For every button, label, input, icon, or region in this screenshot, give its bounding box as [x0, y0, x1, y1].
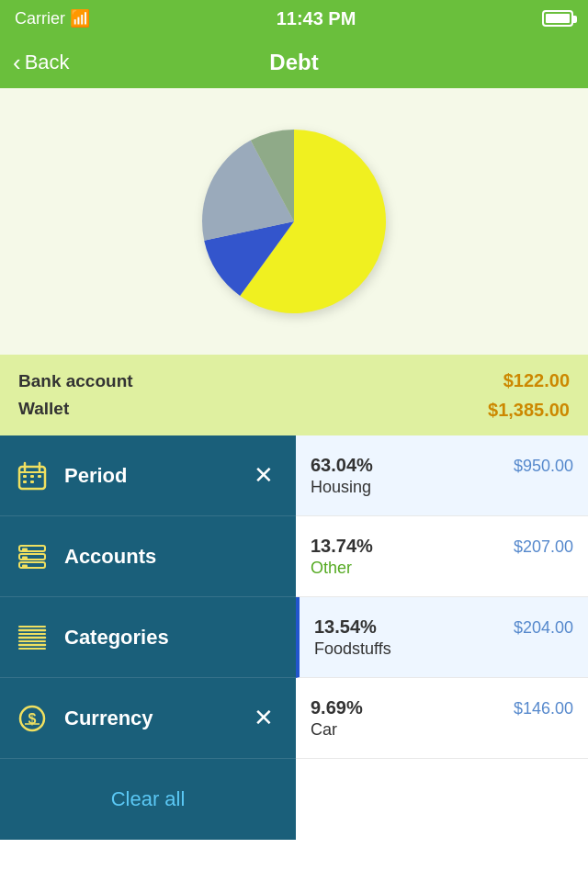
summary-labels: Bank account Wallet	[18, 368, 133, 424]
wifi-icon: 📶	[70, 9, 90, 28]
svg-rect-7	[23, 481, 27, 483]
filter-currency[interactable]: $ Currency ✕	[0, 678, 296, 759]
data-amount-3: $146.00	[514, 699, 573, 718]
chart-area	[0, 88, 588, 355]
summary-label-2: Wallet	[18, 395, 133, 423]
clear-all-label: Clear all	[111, 787, 186, 811]
nav-bar: ‹ Back Debt	[0, 37, 588, 88]
calendar-icon	[15, 458, 50, 493]
battery-icon	[542, 10, 573, 27]
data-percent-2: 13.54%	[314, 616, 377, 638]
data-item-2: 13.54% $204.00 Foodstuffs	[296, 597, 588, 678]
filter-currency-label: Currency	[64, 707, 246, 730]
accounts-icon	[15, 539, 50, 574]
clear-all-button[interactable]: Clear all	[0, 759, 296, 840]
filter-categories-label: Categories	[64, 626, 281, 650]
data-amount-2: $204.00	[514, 618, 573, 638]
data-category-2: Foodstuffs	[314, 639, 573, 659]
data-amount-1: $207.00	[514, 537, 573, 557]
data-amount-0: $950.00	[514, 457, 573, 476]
status-bar: Carrier 📶 11:43 PM	[0, 0, 588, 37]
page-title: Debt	[269, 50, 318, 75]
data-category-0: Housing	[311, 478, 573, 497]
svg-rect-12	[22, 548, 28, 550]
filter-categories[interactable]: Categories	[0, 597, 296, 678]
svg-rect-14	[22, 564, 28, 567]
svg-rect-4	[23, 475, 27, 478]
categories-icon	[15, 620, 50, 655]
filter-period-clear[interactable]: ✕	[246, 454, 281, 497]
carrier-label: Carrier 📶	[15, 8, 90, 28]
data-category-1: Other	[311, 559, 573, 578]
summary-values: $122.00 $1,385.00	[488, 366, 570, 424]
filter-panel: Period ✕ Accounts	[0, 435, 296, 840]
data-percent-3: 9.69%	[311, 697, 363, 718]
filter-accounts[interactable]: Accounts	[0, 516, 296, 597]
data-panel: 63.04% $950.00 Housing 13.74% $207.00 Ot…	[296, 435, 588, 840]
filter-currency-clear[interactable]: ✕	[246, 696, 281, 740]
data-percent-0: 63.04%	[311, 455, 373, 476]
chevron-left-icon: ‹	[13, 49, 21, 77]
filter-period[interactable]: Period ✕	[0, 435, 296, 516]
svg-rect-13	[22, 556, 28, 559]
currency-icon: $	[15, 701, 50, 736]
summary-label-1: Bank account	[18, 368, 133, 395]
svg-rect-5	[30, 475, 34, 478]
back-label: Back	[25, 51, 70, 74]
data-item-1: 13.74% $207.00 Other	[296, 516, 588, 597]
filter-accounts-label: Accounts	[64, 545, 281, 569]
filter-period-label: Period	[64, 464, 246, 488]
pie-chart	[184, 111, 404, 332]
summary-bar: Bank account Wallet $122.00 $1,385.00	[0, 355, 588, 435]
svg-rect-6	[38, 475, 41, 478]
main-content: Period ✕ Accounts	[0, 435, 588, 840]
summary-value-2: $1,385.00	[488, 395, 570, 424]
svg-rect-1	[19, 471, 45, 473]
data-percent-1: 13.74%	[311, 536, 373, 557]
svg-rect-8	[30, 481, 34, 483]
summary-value-1: $122.00	[488, 366, 570, 395]
data-item-0: 63.04% $950.00 Housing	[296, 435, 588, 516]
time-label: 11:43 PM	[277, 8, 356, 29]
data-item-3: 9.69% $146.00 Car	[296, 678, 588, 759]
data-category-3: Car	[311, 720, 573, 740]
back-button[interactable]: ‹ Back	[13, 49, 70, 77]
